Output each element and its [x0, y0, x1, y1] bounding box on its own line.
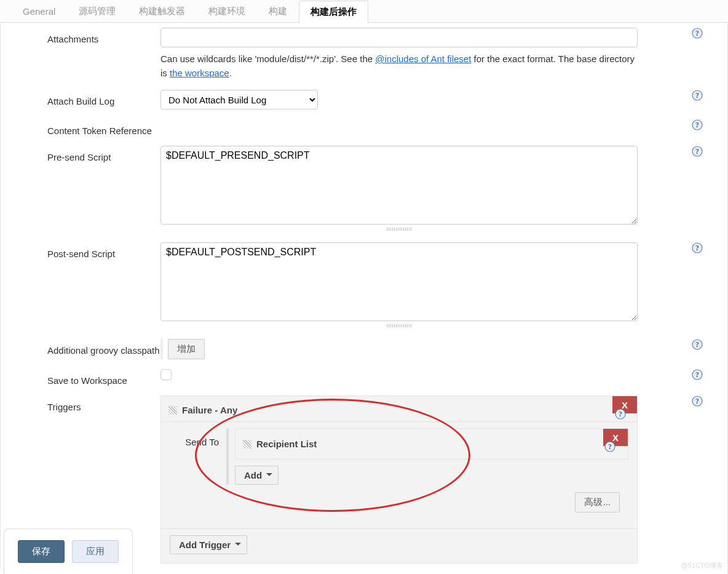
- attachments-label: Attachments: [1, 28, 160, 44]
- recipient-block: X Recipient List: [235, 428, 628, 460]
- tab-build[interactable]: 构建: [257, 0, 299, 22]
- attachments-help: Can use wildcards like 'module/dist/**/*…: [160, 47, 638, 80]
- content-token-label: Content Token Reference: [1, 119, 160, 136]
- add-recipient-button[interactable]: Add: [235, 466, 279, 485]
- workspace-link[interactable]: the workspace: [170, 68, 229, 78]
- tab-general[interactable]: General: [11, 0, 67, 22]
- help-icon[interactable]: [604, 441, 615, 454]
- attach-build-log-select[interactable]: Do Not Attach Build Log: [160, 90, 318, 110]
- resizer-handle[interactable]: [160, 226, 638, 233]
- recipient-list-label: Recipient List: [256, 439, 317, 449]
- help-icon[interactable]: [692, 369, 703, 380]
- help-icon[interactable]: [692, 146, 703, 157]
- help-icon[interactable]: [692, 396, 703, 407]
- tab-scm[interactable]: 源码管理: [67, 0, 127, 22]
- save-workspace-checkbox[interactable]: [160, 369, 172, 380]
- postsend-textarea[interactable]: $DEFAULT_POSTSEND_SCRIPT: [160, 242, 638, 321]
- presend-label: Pre-send Script: [1, 146, 160, 162]
- help-icon[interactable]: [692, 90, 703, 101]
- includes-link[interactable]: @includes of Ant fileset: [375, 54, 471, 64]
- help-icon[interactable]: [692, 119, 703, 130]
- help-icon[interactable]: [615, 409, 626, 421]
- save-bar: 保存 应用: [4, 528, 133, 574]
- send-to-label: Send To: [170, 428, 226, 485]
- presend-textarea[interactable]: $DEFAULT_PRESEND_SCRIPT: [160, 146, 638, 225]
- classpath-label: Additional groovy classpath: [1, 339, 160, 356]
- drag-icon[interactable]: [168, 406, 177, 415]
- help-icon[interactable]: [692, 242, 703, 253]
- postsend-label: Post-send Script: [1, 242, 160, 259]
- tabs-bar: General 源码管理 构建触发器 构建环境 构建 构建后操作: [0, 0, 728, 23]
- triggers-label: Triggers: [1, 396, 160, 412]
- tab-build-env[interactable]: 构建环境: [197, 0, 257, 22]
- resizer-handle[interactable]: [160, 323, 638, 329]
- save-button[interactable]: 保存: [18, 540, 65, 563]
- attachments-input[interactable]: [160, 28, 638, 47]
- help-icon[interactable]: [692, 28, 703, 39]
- add-trigger-button[interactable]: Add Trigger: [170, 535, 247, 554]
- tab-build-triggers[interactable]: 构建触发器: [127, 0, 197, 22]
- drag-icon[interactable]: [243, 440, 251, 448]
- attach-build-log-label: Attach Build Log: [1, 90, 160, 106]
- apply-button[interactable]: 应用: [72, 540, 119, 563]
- help-icon[interactable]: [692, 339, 703, 350]
- tab-post-build[interactable]: 构建后操作: [299, 1, 368, 23]
- save-workspace-label: Save to Workspace: [1, 369, 160, 386]
- trigger-title: Failure - Any: [182, 405, 237, 415]
- classpath-add-button[interactable]: 增加: [168, 339, 205, 359]
- triggers-container: X Failure - Any Send To X Recipient List: [160, 396, 638, 564]
- trigger-header: Failure - Any: [161, 396, 637, 422]
- advanced-button[interactable]: 高级...: [575, 492, 620, 512]
- watermark: @51CTO博客: [681, 561, 723, 570]
